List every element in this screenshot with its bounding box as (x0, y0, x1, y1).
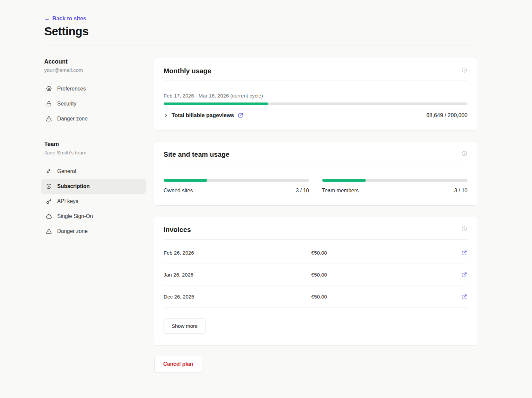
monthly-usage-card: Monthly usage Feb 17, 2026 - Mar 16, 202… (154, 58, 477, 130)
sidebar-item-general[interactable]: General (41, 164, 146, 179)
pageviews-progress-fill (164, 102, 268, 105)
sidebar-item-single-sign-on[interactable]: Single Sign-On (41, 209, 146, 224)
team-members-label: Team members (322, 188, 359, 194)
pageviews-label: Total billable pageviews (172, 112, 234, 118)
sidebar-item-security[interactable]: Security (41, 96, 146, 111)
invoice-amount: €50.00 (311, 272, 459, 278)
team-section: Team Jane Smith's team General Subscript… (44, 141, 146, 239)
owned-sites-meter: Owned sites 3 / 10 (164, 175, 309, 194)
invoices-card: Invoices Feb 26, 2026 €50.00 (154, 217, 477, 345)
monthly-usage-title: Monthly usage (164, 67, 211, 75)
account-section: Account your@email.com Preferences Secur… (44, 58, 146, 126)
invoice-download-link[interactable] (461, 294, 467, 300)
back-arrow-icon: ← (44, 15, 50, 22)
sliders-icon (46, 168, 52, 175)
invoice-list: Feb 26, 2026 €50.00 Jan 26, 2026 €50.00 (164, 242, 467, 308)
team-nav: General Subscription API keys Single Sig… (41, 164, 146, 239)
monthly-usage-info-button[interactable] (461, 67, 467, 73)
team-members-value: 3 / 10 (454, 188, 467, 194)
invoice-amount: €50.00 (311, 250, 459, 256)
account-nav: Preferences Security Danger zone (41, 81, 146, 126)
sidebar-item-label: Danger zone (57, 228, 88, 234)
owned-sites-value: 3 / 10 (296, 188, 309, 194)
settings-page: ← Back to sites Settings Account your@em… (0, 0, 532, 386)
total-billable-pageviews-toggle[interactable]: Total billable pageviews (164, 112, 244, 118)
invoice-date: Dec 26, 2025 (164, 294, 311, 300)
sidebar-item-label: API keys (57, 198, 78, 204)
back-link-label: Back to sites (53, 15, 86, 22)
sidebar-item-label: Danger zone (57, 116, 88, 122)
sidebar-item-label: Subscription (57, 183, 90, 189)
external-link-icon[interactable] (237, 112, 244, 118)
team-members-progress-track (322, 179, 468, 182)
team-members-progress-fill (322, 179, 366, 182)
owned-sites-label: Owned sites (164, 188, 193, 194)
team-members-meter: Team members 3 / 10 (322, 175, 468, 194)
account-heading: Account (44, 58, 146, 65)
pageviews-value: 68,649 / 200,000 (426, 112, 467, 118)
invoice-row: Jan 26, 2026 €50.00 (164, 264, 467, 286)
invoice-download-link[interactable] (461, 250, 467, 256)
site-team-usage-card: Site and team usage Owned sites 3 / 10 (154, 142, 477, 205)
cloud-icon (46, 213, 52, 220)
sidebar-item-label: Security (57, 101, 76, 107)
sidebar-item-label: Preferences (57, 86, 86, 92)
external-link-icon (461, 294, 467, 300)
lock-icon (46, 100, 52, 107)
invoice-row: Feb 26, 2026 €50.00 (164, 242, 467, 264)
gear-icon (46, 86, 52, 92)
team-name: Jane Smith's team (44, 150, 146, 156)
billing-cycle-label: Feb 17, 2026 - Mar 16, 2026 (current cyc… (164, 93, 467, 99)
sidebar-item-label: Single Sign-On (57, 213, 93, 219)
card-divider (164, 164, 467, 164)
invoice-date: Jan 26, 2026 (164, 272, 311, 278)
site-team-usage-title: Site and team usage (164, 150, 229, 158)
back-to-sites-link[interactable]: ← Back to sites (44, 15, 86, 22)
invoices-title: Invoices (164, 226, 191, 234)
sidebar-item-subscription[interactable]: Subscription (41, 179, 146, 194)
page-title: Settings (44, 25, 477, 38)
key-icon (46, 198, 52, 205)
sidebar-item-account-danger-zone[interactable]: Danger zone (41, 111, 146, 126)
sidebar-item-label: General (57, 168, 76, 174)
sidebar-item-api-keys[interactable]: API keys (41, 194, 146, 209)
info-icon (461, 67, 467, 73)
info-icon (461, 226, 467, 232)
invoice-amount: €50.00 (311, 294, 459, 300)
sidebar-item-team-danger-zone[interactable]: Danger zone (41, 224, 146, 239)
card-divider (164, 81, 467, 81)
invoice-date: Feb 26, 2026 (164, 250, 311, 256)
pageviews-progress-track (164, 102, 467, 105)
external-link-icon (461, 250, 467, 256)
chevron-right-icon (164, 113, 168, 118)
settings-sidebar: Account your@email.com Preferences Secur… (44, 58, 146, 239)
info-icon (461, 150, 467, 157)
owned-sites-progress-fill (164, 179, 207, 182)
header-divider (44, 46, 477, 46)
cancel-plan-button[interactable]: Cancel plan (154, 356, 202, 372)
subscription-panel: Monthly usage Feb 17, 2026 - Mar 16, 202… (154, 58, 477, 372)
warning-icon (46, 228, 52, 235)
invoice-download-link[interactable] (461, 272, 467, 278)
show-more-button[interactable]: Show more (164, 318, 205, 334)
account-email: your@email.com (44, 67, 146, 73)
invoice-row: Dec 26, 2025 €50.00 (164, 286, 467, 308)
warning-icon (46, 115, 52, 122)
card-divider (164, 239, 467, 240)
site-team-usage-info-button[interactable] (461, 150, 467, 157)
owned-sites-progress-track (164, 179, 309, 182)
pageviews-usage-row: Total billable pageviews 68,649 / 200,00… (164, 112, 467, 118)
dollar-cycle-icon (46, 183, 52, 190)
external-link-icon (461, 272, 467, 278)
sidebar-item-preferences[interactable]: Preferences (41, 81, 146, 96)
team-heading: Team (44, 141, 146, 148)
invoices-info-button[interactable] (461, 226, 467, 232)
